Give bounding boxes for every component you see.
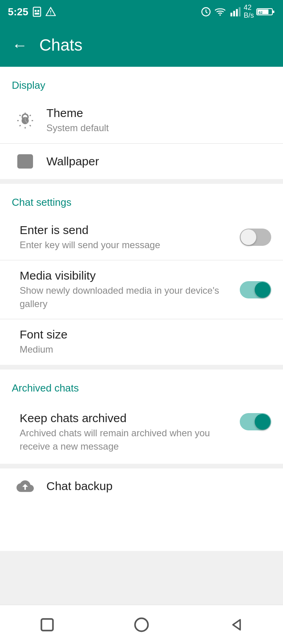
status-right: 42B/s 62 (200, 4, 275, 20)
svg-text:62: 62 (259, 11, 263, 15)
setting-row-media[interactable]: Media visibility Show newly downloaded m… (0, 260, 283, 319)
page-title: Chats (39, 36, 83, 55)
font-text: Font size Medium (12, 328, 271, 356)
svg-point-18 (22, 157, 24, 160)
sim-icon (31, 6, 42, 17)
svg-rect-3 (35, 13, 39, 15)
app-header: ← Chats (0, 24, 283, 67)
theme-subtitle: System default (46, 121, 271, 135)
setting-row-wallpaper[interactable]: Wallpaper (0, 144, 283, 179)
section-chat-settings: Chat settings Enter is send Enter key wi… (0, 184, 283, 365)
svg-rect-11 (239, 7, 241, 16)
svg-rect-0 (33, 7, 41, 16)
theme-text: Theme System default (39, 106, 271, 135)
section-label-archived: Archived chats (0, 370, 283, 401)
enter-send-subtitle: Enter key will send your message (20, 238, 240, 252)
svg-rect-9 (233, 11, 235, 16)
keep-archived-title: Keep chats archived (20, 412, 240, 425)
section-archived: Archived chats Keep chats archived Archi… (0, 370, 283, 464)
svg-marker-21 (233, 620, 240, 630)
backup-icon (12, 478, 39, 495)
signal-icon (229, 6, 241, 17)
warning-icon (46, 7, 56, 17)
nav-home-button[interactable] (130, 613, 153, 637)
font-title: Font size (20, 328, 271, 341)
enter-send-knob (241, 229, 256, 245)
circle-icon (133, 616, 150, 633)
media-text: Media visibility Show newly downloaded m… (12, 269, 240, 310)
back-button[interactable]: ← (12, 37, 28, 54)
setting-row-keep-archived[interactable]: Keep chats archived Archived chats will … (0, 401, 283, 464)
clock-icon (200, 6, 211, 17)
main-content: Display Theme System default (0, 67, 283, 551)
media-subtitle: Show newly downloaded media in your devi… (20, 284, 240, 310)
setting-row-backup[interactable]: Chat backup (0, 468, 283, 504)
media-knob (255, 282, 270, 298)
keep-archived-text: Keep chats archived Archived chats will … (12, 412, 240, 453)
back-triangle-icon (227, 616, 244, 633)
svg-rect-2 (37, 10, 39, 12)
svg-rect-10 (236, 9, 238, 16)
wifi-icon (214, 6, 226, 17)
square-icon (39, 616, 56, 633)
svg-rect-1 (35, 10, 37, 12)
nav-recents-button[interactable] (35, 613, 59, 637)
backup-title: Chat backup (46, 479, 271, 493)
bottom-spacer (0, 504, 283, 551)
section-divider-3 (0, 464, 283, 468)
wallpaper-title: Wallpaper (46, 155, 271, 168)
setting-row-theme[interactable]: Theme System default (0, 98, 283, 143)
svg-point-5 (50, 13, 51, 14)
section-display: Display Theme System default (0, 67, 283, 179)
nav-back-button[interactable] (224, 613, 248, 637)
status-time: 5:25 (8, 6, 28, 18)
section-divider-2 (0, 365, 283, 370)
section-label-display: Display (0, 67, 283, 98)
keep-archived-subtitle: Archived chats will remain archived when… (20, 426, 240, 453)
wallpaper-text: Wallpaper (39, 155, 271, 168)
status-left: 5:25 (8, 6, 56, 18)
svg-rect-14 (272, 11, 274, 13)
theme-title: Theme (46, 106, 271, 120)
svg-point-20 (135, 618, 148, 631)
backup-text: Chat backup (39, 479, 271, 493)
status-bar: 5:25 (0, 0, 283, 24)
theme-icon (12, 112, 39, 129)
keep-archived-toggle[interactable] (240, 413, 271, 430)
setting-row-enter-send[interactable]: Enter is send Enter key will send your m… (0, 215, 283, 260)
section-label-chat: Chat settings (0, 184, 283, 215)
enter-send-title: Enter is send (20, 223, 240, 237)
section-backup: Chat backup (0, 468, 283, 504)
font-subtitle: Medium (20, 343, 271, 356)
battery-icon: 62 (256, 6, 275, 17)
svg-rect-19 (41, 619, 53, 630)
section-divider-1 (0, 179, 283, 184)
svg-point-7 (219, 14, 221, 16)
bottom-nav (0, 605, 283, 644)
media-toggle[interactable] (240, 281, 271, 298)
enter-send-text: Enter is send Enter key will send your m… (12, 223, 240, 252)
speed-text: 42B/s (244, 4, 254, 20)
wallpaper-icon (12, 153, 39, 170)
svg-rect-8 (230, 13, 232, 16)
keep-archived-knob (255, 414, 270, 430)
setting-row-font[interactable]: Font size Medium (0, 319, 283, 365)
media-title: Media visibility (20, 269, 240, 282)
enter-send-toggle[interactable] (240, 229, 271, 246)
